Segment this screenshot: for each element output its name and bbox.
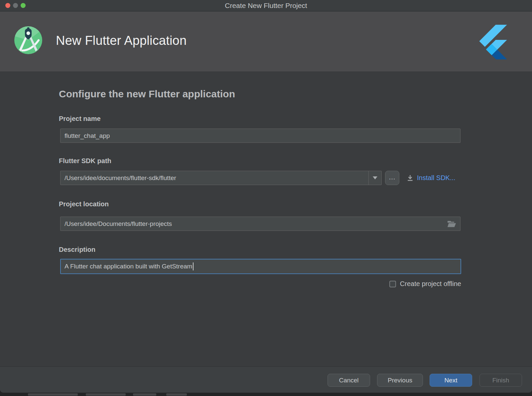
description-value: A Flutter chat application built with Ge… — [65, 263, 192, 270]
background-window-artifact — [86, 393, 126, 396]
project-name-field-wrap — [60, 129, 461, 143]
finish-button-disabled: Finish — [479, 374, 522, 387]
dialog-footer: Cancel Previous Next Finish — [0, 366, 532, 393]
sdk-path-input[interactable] — [61, 171, 368, 185]
project-name-label: Project name — [59, 115, 101, 123]
sdk-path-browse-button[interactable]: ... — [385, 171, 399, 185]
background-window-artifact — [133, 393, 156, 396]
project-location-label: Project location — [59, 200, 109, 208]
window-title: Create New Flutter Project — [0, 0, 532, 11]
sdk-path-dropdown-button[interactable] — [368, 171, 381, 185]
install-sdk-link[interactable]: Install SDK... — [406, 171, 456, 185]
previous-button[interactable]: Previous — [377, 374, 423, 387]
create-project-offline-option[interactable]: Create project offline — [389, 280, 461, 288]
background-window-artifact — [28, 393, 78, 396]
cancel-button[interactable]: Cancel — [328, 374, 370, 387]
android-studio-icon — [14, 26, 42, 54]
page-title: Configure the new Flutter application — [59, 88, 235, 100]
project-location-input[interactable] — [61, 217, 446, 231]
chevron-down-icon — [373, 176, 377, 179]
offline-checkbox-label: Create project offline — [400, 280, 461, 288]
project-location-browse-button[interactable] — [446, 217, 457, 231]
sdk-path-label: Flutter SDK path — [59, 157, 111, 165]
offline-checkbox[interactable] — [389, 281, 396, 287]
titlebar[interactable]: Create New Flutter Project — [0, 0, 532, 11]
project-location-field-wrap — [60, 217, 461, 231]
project-name-input[interactable] — [61, 129, 460, 143]
sdk-path-combobox — [60, 171, 382, 185]
next-button[interactable]: Next — [430, 374, 472, 387]
text-caret — [193, 262, 194, 270]
screen: Create New Flutter Project New Flutter A… — [0, 0, 532, 396]
description-label: Description — [59, 246, 95, 253]
description-input[interactable]: A Flutter chat application built with Ge… — [60, 259, 461, 274]
install-sdk-link-label: Install SDK... — [417, 174, 456, 182]
wizard-title: New Flutter Application — [56, 34, 187, 48]
create-new-flutter-project-dialog: Create New Flutter Project New Flutter A… — [0, 0, 532, 393]
wizard-header: New Flutter Application — [0, 12, 532, 71]
background-window-artifact — [166, 393, 187, 396]
folder-icon — [447, 220, 456, 227]
download-icon — [406, 174, 414, 182]
flutter-logo-icon — [477, 22, 507, 60]
